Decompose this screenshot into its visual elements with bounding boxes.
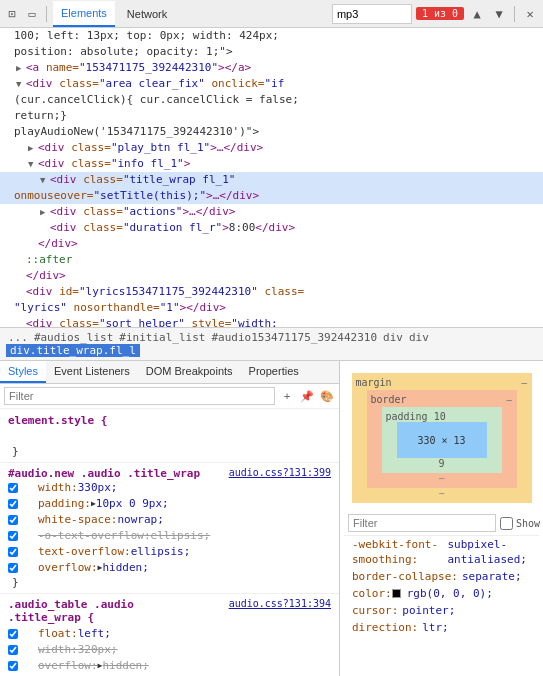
style-val-strikethrough: hidden;: [102, 658, 148, 674]
tab-network[interactable]: Network: [119, 1, 175, 27]
add-rule-icon[interactable]: +: [279, 388, 295, 404]
prop-toggle-o-text-overflow[interactable]: [8, 531, 18, 541]
html-line: <div class="sort_helper" style="width:: [0, 316, 543, 328]
html-text: position: absolute; opacity: 1;">: [14, 44, 233, 60]
prop-toggle-overflow2[interactable]: [8, 661, 18, 671]
triangle-icon[interactable]: [28, 140, 38, 156]
style-selector: #audio.new .audio .title_wrap: [8, 467, 200, 480]
html-line: <div id="lyrics153471175_392442310" clas…: [0, 284, 543, 300]
style-prop-strikethrough: -o-text-overflow:: [22, 528, 151, 544]
style-prop: width:: [22, 480, 78, 496]
breadcrumb-item[interactable]: #audios_list: [32, 331, 115, 344]
style-prop-line: -o-text-overflow: ellipsis;: [8, 528, 331, 544]
box-border-label: border: [371, 394, 407, 405]
html-tag: <div: [26, 316, 59, 328]
nav-down-icon[interactable]: ▼: [490, 5, 508, 23]
breadcrumb-item[interactable]: div: [407, 331, 431, 344]
close-icon[interactable]: ✕: [521, 5, 539, 23]
tab-event-listeners[interactable]: Event Listeners: [46, 361, 138, 383]
prop-toggle-width2[interactable]: [8, 645, 18, 655]
html-val: "if: [264, 76, 284, 92]
box-content: 330 × 13: [397, 422, 487, 458]
computed-prop-val: separate;: [462, 569, 522, 584]
color-palette-icon[interactable]: 🎨: [319, 388, 335, 404]
computed-prop-val: rgb(0, 0, 0);: [407, 586, 493, 601]
html-line: (cur.cancelClick){ cur.cancelClick = fal…: [0, 92, 543, 108]
triangle-icon[interactable]: [40, 204, 50, 220]
tab-properties[interactable]: Properties: [241, 361, 307, 383]
style-prop: float:: [22, 626, 78, 642]
inspect-icon[interactable]: ⊡: [4, 6, 20, 22]
prop-toggle-overflow[interactable]: [8, 563, 18, 573]
nav-up-icon[interactable]: ▲: [468, 5, 486, 23]
html-attr: class=: [59, 76, 99, 92]
html-line: <div class="area clear_fix" onclick="if: [0, 76, 543, 92]
computed-prop-line: -webkit-font-smoothing: subpixel-antiali…: [344, 536, 539, 568]
html-attr: class=: [258, 284, 304, 300]
prop-toggle-float[interactable]: [8, 629, 18, 639]
prop-toggle-width[interactable]: [8, 483, 18, 493]
html-tag: <div: [50, 220, 83, 236]
box-margin-label: margin: [356, 377, 392, 388]
triangle-icon[interactable]: [16, 60, 26, 76]
styles-filter-input[interactable]: [4, 387, 275, 405]
style-file-link[interactable]: audio.css?131:399: [229, 467, 331, 480]
breadcrumb-item-active[interactable]: div.title_wrap.fl_l: [6, 344, 140, 357]
show-inherited-label: Show inherited: [500, 517, 543, 530]
html-tag: <div: [38, 140, 71, 156]
style-prop-line: width: 320px;: [8, 642, 331, 658]
breadcrumb-item[interactable]: div: [381, 331, 405, 344]
search-input[interactable]: [332, 4, 412, 24]
computed-prop-name: direction:: [352, 620, 418, 635]
style-val: hidden;: [102, 560, 148, 576]
show-inherited-checkbox[interactable]: [500, 517, 513, 530]
style-prop: text-overflow:: [22, 544, 131, 560]
box-model: margin − border − padding 10: [344, 365, 539, 511]
triangle-icon[interactable]: [16, 76, 26, 92]
html-tag: <div: [26, 284, 59, 300]
style-file-link[interactable]: audio.css?131:394: [229, 598, 331, 611]
box-border-bottom: −: [438, 473, 444, 484]
html-tag: ></a>: [218, 60, 251, 76]
tab-styles[interactable]: Styles: [0, 361, 46, 383]
pin-icon[interactable]: 📌: [299, 388, 315, 404]
html-attr: id=: [59, 284, 79, 300]
breadcrumb: ... #audios_list #initial_list #audio153…: [0, 328, 543, 361]
tab-elements[interactable]: Elements: [53, 1, 115, 27]
breadcrumb-item[interactable]: #initial_list: [117, 331, 207, 344]
style-selector: .audio_table .audio: [8, 598, 134, 611]
box-content-val: 330 × 13: [417, 435, 465, 446]
html-line: <a name="153471175_392442310"></a>: [0, 60, 543, 76]
prop-toggle-text-overflow[interactable]: [8, 547, 18, 557]
html-attr: class=: [71, 140, 111, 156]
style-block-audio-new: #audio.new .audio .title_wrap audio.css?…: [0, 463, 339, 594]
tab-dom-breakpoints[interactable]: DOM Breakpoints: [138, 361, 241, 383]
html-tag: >: [184, 156, 191, 172]
style-selector: element.style {: [8, 413, 107, 429]
box-panel: margin − border − padding 10: [340, 361, 543, 676]
html-tag: ></div>: [180, 300, 226, 316]
device-icon[interactable]: ▭: [24, 6, 40, 22]
prop-toggle-padding[interactable]: [8, 499, 18, 509]
computed-filter-input[interactable]: [348, 514, 496, 532]
box-margin-bottom: −: [438, 488, 444, 499]
breadcrumb-item[interactable]: ...: [6, 331, 30, 344]
html-line: return;}: [0, 108, 543, 124]
style-prop-line: overflow: ▶ hidden;: [8, 658, 331, 674]
style-block-audio-table: .audio_table .audio audio.css?131:394 .t…: [0, 594, 339, 676]
style-selector-row: .audio_table .audio audio.css?131:394: [8, 598, 331, 611]
computed-prop-name: cursor:: [352, 603, 398, 618]
style-val: left;: [78, 626, 111, 642]
style-prop-line: text-overflow: ellipsis;: [8, 544, 331, 560]
html-tag: <div: [38, 156, 71, 172]
html-text: 8:00: [229, 220, 256, 236]
breadcrumb-item[interactable]: #audio153471175_392442310: [209, 331, 379, 344]
html-attr: class=: [71, 156, 111, 172]
html-line: onmouseover="setTitle(this);">…</div>: [0, 188, 543, 204]
html-attr: class=: [83, 204, 123, 220]
triangle-icon[interactable]: [40, 172, 50, 188]
triangle-icon[interactable]: [28, 156, 38, 172]
box-margin-row: margin −: [356, 377, 528, 390]
prop-toggle-whitespace[interactable]: [8, 515, 18, 525]
top-toolbar: ⊡ ▭ Elements Network 1 из 0 ▲ ▼ ✕: [0, 0, 543, 28]
